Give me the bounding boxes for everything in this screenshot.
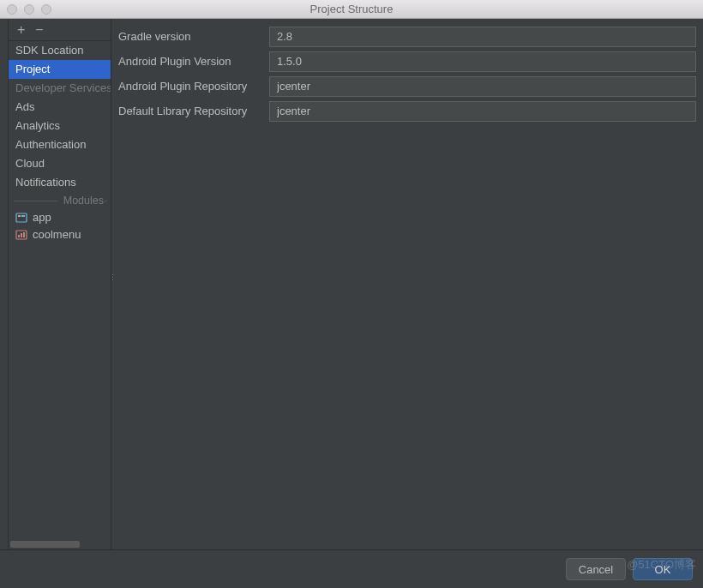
sidebar-item-cloud[interactable]: Cloud bbox=[9, 154, 111, 173]
sidebar-item-project[interactable]: Project bbox=[9, 60, 111, 79]
sidebar-header-developer-services: Developer Services bbox=[9, 79, 111, 98]
sidebar-item-authentication[interactable]: Authentication bbox=[9, 135, 111, 154]
sidebar-item-label: Analytics bbox=[15, 119, 60, 132]
sidebar-item-label: app bbox=[33, 210, 51, 225]
dialog-body: + − SDK Location Project Developer Servi… bbox=[0, 19, 703, 549]
svg-rect-5 bbox=[21, 233, 22, 237]
label-android-plugin-repo: Android Plugin Repository bbox=[118, 80, 269, 93]
label-gradle-version: Gradle version bbox=[118, 30, 269, 43]
svg-rect-6 bbox=[23, 232, 25, 237]
sidebar: + − SDK Location Project Developer Servi… bbox=[9, 19, 111, 549]
sidebar-item-label: SDK Location bbox=[15, 44, 84, 57]
input-android-plugin-version[interactable] bbox=[269, 51, 696, 72]
sidebar-section-modules: Modules bbox=[9, 192, 111, 209]
input-gradle-version[interactable] bbox=[269, 27, 696, 47]
sidebar-item-label: Cloud bbox=[15, 157, 45, 170]
sidebar-item-label: coolmenu bbox=[33, 227, 81, 243]
cancel-button[interactable]: Cancel bbox=[566, 558, 626, 580]
titlebar: Project Structure bbox=[0, 0, 703, 19]
label-android-plugin-version: Android Plugin Version bbox=[118, 55, 269, 68]
row-android-plugin-version: Android Plugin Version bbox=[118, 49, 696, 74]
svg-rect-2 bbox=[21, 215, 25, 217]
sidebar-item-sdk-location[interactable]: SDK Location bbox=[9, 41, 111, 60]
label-default-library-repo: Default Library Repository bbox=[118, 105, 269, 117]
svg-rect-0 bbox=[16, 213, 27, 222]
window-title: Project Structure bbox=[0, 3, 703, 15]
sidebar-scrollbar-thumb[interactable] bbox=[10, 541, 80, 548]
input-default-library-repo[interactable] bbox=[269, 101, 696, 122]
sidebar-item-label: Authentication bbox=[15, 138, 86, 151]
sidebar-item-label: Notifications bbox=[15, 176, 76, 189]
split-grip-icon[interactable]: ⋮ bbox=[109, 276, 114, 293]
row-default-library-repo: Default Library Repository bbox=[118, 99, 696, 123]
input-android-plugin-repo[interactable] bbox=[269, 76, 696, 97]
sidebar-module-coolmenu[interactable]: coolmenu bbox=[9, 226, 111, 243]
sidebar-item-label: Project bbox=[15, 63, 50, 75]
module-app-icon bbox=[15, 212, 27, 224]
window-controls bbox=[0, 4, 51, 15]
sidebar-item-label: Ads bbox=[15, 100, 34, 113]
sidebar-item-notifications[interactable]: Notifications bbox=[9, 173, 111, 192]
ok-button[interactable]: OK bbox=[633, 558, 693, 580]
minimize-window-icon[interactable] bbox=[24, 4, 34, 15]
dialog-footer: Cancel OK bbox=[0, 549, 703, 588]
row-android-plugin-repo: Android Plugin Repository bbox=[118, 74, 696, 99]
close-window-icon[interactable] bbox=[7, 4, 17, 15]
left-gutter bbox=[0, 19, 9, 549]
main-panel: ⋮ Gradle version Android Plugin Version … bbox=[111, 19, 703, 549]
sidebar-toolbar: + − bbox=[9, 19, 111, 41]
module-lib-icon bbox=[15, 229, 27, 241]
row-gradle-version: Gradle version bbox=[118, 24, 696, 49]
sidebar-item-analytics[interactable]: Analytics bbox=[9, 117, 111, 135]
sidebar-module-app[interactable]: app bbox=[9, 209, 111, 226]
sidebar-item-ads[interactable]: Ads bbox=[9, 98, 111, 117]
svg-rect-1 bbox=[18, 215, 21, 217]
zoom-window-icon[interactable] bbox=[41, 4, 51, 15]
add-icon[interactable]: + bbox=[17, 23, 25, 37]
remove-icon[interactable]: − bbox=[35, 23, 43, 37]
sidebar-scrollbar[interactable] bbox=[10, 541, 109, 548]
svg-rect-4 bbox=[18, 235, 20, 237]
